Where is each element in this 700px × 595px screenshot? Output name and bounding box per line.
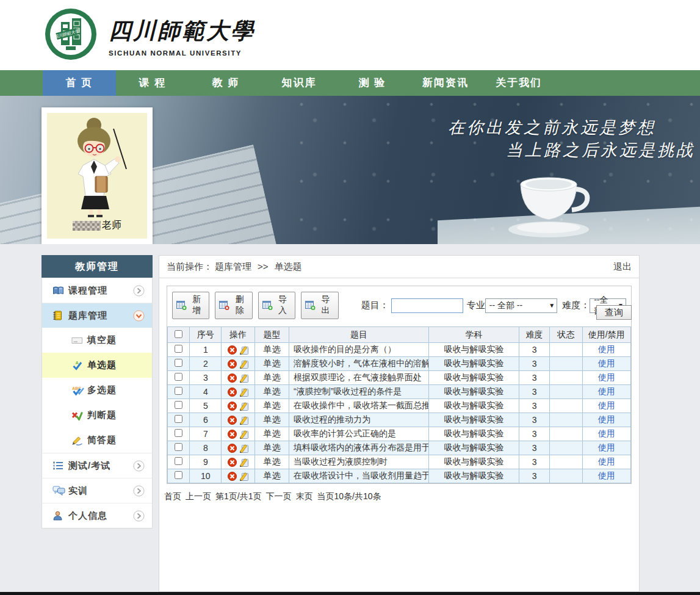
edit-row-icon[interactable] [239, 345, 248, 355]
table-row: 7单选吸收率的计算公式正确的是吸收与解吸实验3使用 [168, 427, 631, 441]
sidebar-item-7[interactable]: 测试/考试 [42, 453, 152, 478]
edit-row-icon[interactable] [239, 373, 248, 383]
cell-actions [222, 399, 254, 413]
delete-row-icon[interactable] [228, 472, 237, 481]
main-panel: 当前操作： 题库管理 >> 单选题 退出 新增 删除 [159, 255, 640, 592]
chevron-right-icon[interactable] [133, 485, 145, 499]
pagination-page-info: 第1页/共1页 [215, 491, 261, 501]
row-checkbox[interactable] [175, 387, 182, 395]
row-checkbox[interactable] [175, 443, 182, 451]
nav-tab-3[interactable]: 知识库 [262, 70, 336, 96]
university-seal-logo[interactable]: 四川師範大學 [44, 7, 98, 63]
cell-subject: 吸收与解吸实验 [429, 357, 519, 371]
import-button[interactable]: 导入 [258, 292, 295, 319]
usage-toggle-link[interactable]: 使用 [598, 344, 615, 354]
pagination-first[interactable]: 首页 [164, 491, 181, 501]
chevron-right-icon[interactable] [133, 285, 145, 299]
cell-usage: 使用 [582, 455, 631, 469]
delete-row-icon[interactable] [228, 373, 237, 383]
row-checkbox[interactable] [175, 373, 182, 381]
banner-slogan-line2: 当上路之后永远是挑战 [506, 139, 695, 161]
pagination-last[interactable]: 末页 [295, 491, 312, 501]
edit-row-icon[interactable] [239, 416, 248, 425]
delete-row-icon[interactable] [228, 359, 237, 369]
usage-toggle-link[interactable]: 使用 [598, 358, 615, 368]
cell-index: 9 [190, 455, 222, 469]
export-button[interactable]: 导出 [301, 292, 338, 319]
delete-row-icon[interactable] [228, 402, 237, 411]
pagination-prev[interactable]: 上一页 [186, 491, 211, 501]
cell-index: 10 [190, 469, 222, 483]
sidebar-item-label: 个人信息 [68, 510, 107, 522]
cell-subject: 吸收与解吸实验 [429, 413, 519, 427]
row-checkbox[interactable] [175, 415, 182, 423]
sidebar-item-6[interactable]: 简答题 [42, 428, 152, 453]
delete-row-icon[interactable] [228, 388, 237, 397]
sidebar-item-0[interactable]: 课程管理 [42, 278, 152, 303]
cell-usage: 使用 [582, 343, 631, 357]
logout-link[interactable]: 退出 [613, 256, 632, 278]
chevron-right-icon[interactable] [133, 460, 145, 474]
row-select-cell [168, 357, 190, 371]
edit-row-icon[interactable] [239, 472, 248, 481]
edit-row-icon[interactable] [239, 388, 248, 397]
delete-row-icon[interactable] [228, 430, 237, 439]
edit-row-icon[interactable] [239, 444, 248, 453]
cell-title: 吸收率的计算公式正确的是 [289, 427, 429, 441]
edit-row-icon[interactable] [239, 430, 248, 439]
breadcrumb: 当前操作： 题库管理 >> 单选题 退出 [159, 256, 639, 278]
cell-subject: 吸收与解吸实验 [429, 455, 519, 469]
cell-usage: 使用 [582, 385, 631, 399]
usage-toggle-link[interactable]: 使用 [598, 372, 615, 382]
row-checkbox[interactable] [175, 471, 182, 479]
sidebar-item-label: 课程管理 [68, 285, 107, 297]
delete-row-icon[interactable] [228, 444, 237, 453]
select-all-checkbox[interactable] [175, 330, 182, 338]
usage-toggle-link[interactable]: 使用 [598, 456, 615, 466]
cell-index: 3 [190, 371, 222, 385]
search-button[interactable]: 查询 [596, 305, 632, 320]
nav-tab-4[interactable]: 测 验 [336, 70, 409, 96]
edit-row-icon[interactable] [239, 458, 248, 467]
row-checkbox[interactable] [175, 429, 182, 437]
sidebar-item-1[interactable]: 题库管理 [42, 303, 152, 328]
sidebar-item-9[interactable]: 个人信息 [42, 503, 152, 528]
sidebar-item-4[interactable]: ABC多选题 [42, 378, 152, 403]
usage-toggle-link[interactable]: 使用 [598, 471, 615, 480]
delete-row-icon[interactable] [228, 345, 237, 355]
row-checkbox[interactable] [175, 401, 182, 409]
usage-toggle-link[interactable]: 使用 [598, 386, 615, 396]
major-select[interactable]: -- 全部 -- ▼ [485, 298, 557, 313]
row-checkbox[interactable] [175, 359, 182, 367]
row-checkbox[interactable] [175, 457, 182, 465]
edit-row-icon[interactable] [239, 359, 248, 369]
university-name-zh: 四川師範大學 [109, 16, 255, 46]
sidebar-item-2[interactable]: 填空题 [42, 328, 152, 353]
chevron-right-icon[interactable] [133, 510, 145, 524]
delete-row-icon[interactable] [228, 416, 237, 425]
page: 四川師範大學 四川師範大學 SICHUAN NORMAL UNIVERSITY … [0, 0, 700, 595]
cell-subject: 吸收与解吸实验 [429, 371, 519, 385]
cell-actions [222, 427, 254, 441]
chevron-down-icon[interactable] [133, 310, 145, 324]
nav-tab-2[interactable]: 教 师 [189, 70, 262, 96]
table-add-icon [176, 300, 187, 310]
nav-tab-0[interactable]: 首 页 [43, 70, 116, 96]
row-checkbox[interactable] [175, 345, 182, 353]
delete-button[interactable]: 删除 [215, 292, 252, 319]
nav-tab-6[interactable]: 关于我们 [482, 70, 555, 96]
sidebar-item-8[interactable]: 实训 [42, 478, 152, 503]
sidebar-item-3[interactable]: A单选题 [42, 353, 152, 378]
question-title-input[interactable] [391, 298, 463, 313]
edit-row-icon[interactable] [239, 402, 248, 411]
sidebar-item-5[interactable]: 判断题 [42, 403, 152, 428]
delete-row-icon[interactable] [228, 458, 237, 467]
usage-toggle-link[interactable]: 使用 [598, 414, 615, 424]
add-button[interactable]: 新增 [172, 292, 209, 319]
nav-tab-5[interactable]: 新闻资讯 [409, 70, 482, 96]
usage-toggle-link[interactable]: 使用 [598, 442, 615, 452]
usage-toggle-link[interactable]: 使用 [598, 400, 615, 410]
nav-tab-1[interactable]: 课 程 [116, 70, 189, 96]
usage-toggle-link[interactable]: 使用 [598, 428, 615, 438]
pagination-next[interactable]: 下一页 [265, 491, 291, 501]
